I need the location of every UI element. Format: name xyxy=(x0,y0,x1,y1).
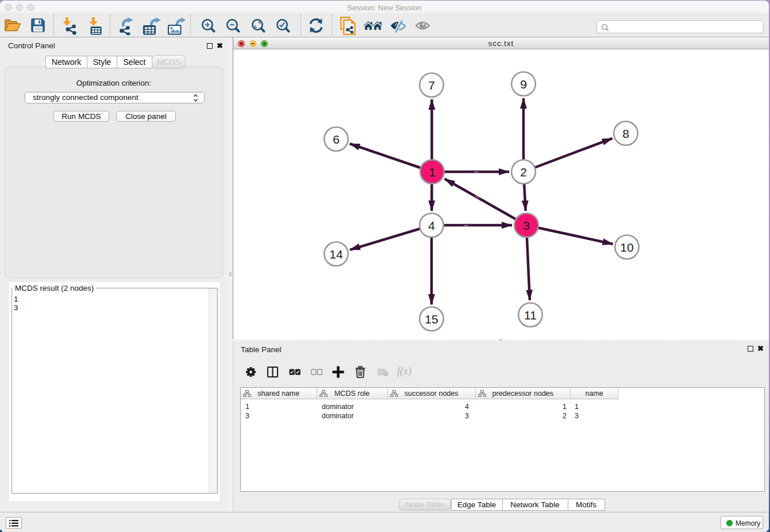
svg-text:8: 8 xyxy=(622,126,629,140)
svg-text:10: 10 xyxy=(620,240,633,253)
svg-text:11: 11 xyxy=(524,308,537,321)
svg-text:7: 7 xyxy=(428,78,435,91)
svg-text:4: 4 xyxy=(428,218,435,232)
svg-text:1: 1 xyxy=(429,165,436,178)
svg-text:3: 3 xyxy=(523,218,530,232)
svg-text:6: 6 xyxy=(333,132,340,145)
svg-text:15: 15 xyxy=(425,312,438,325)
svg-text:14: 14 xyxy=(329,247,343,260)
svg-text:2: 2 xyxy=(520,165,527,178)
svg-text:9: 9 xyxy=(520,77,527,90)
